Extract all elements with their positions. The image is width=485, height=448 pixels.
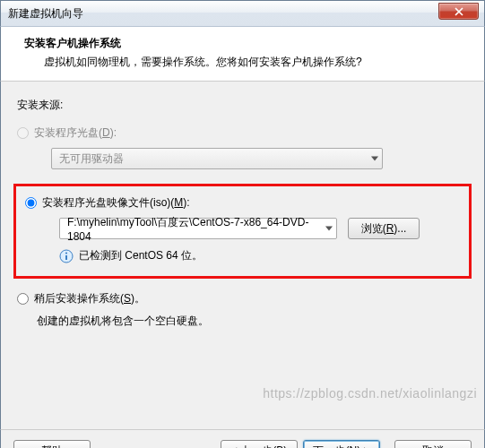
os-detected-text: 已检测到 CentOS 64 位。 (79, 248, 203, 263)
titlebar: 新建虚拟机向导 (0, 0, 485, 27)
os-detected-row: 已检测到 CentOS 64 位。 (59, 248, 460, 263)
highlight-annotation: 安装程序光盘映像文件(iso)(M): F:\myhelin\myTool\百度… (13, 184, 472, 279)
watermark: https://zpblog.csdn.net/xiaolinlangzi (263, 386, 477, 401)
svg-rect-1 (65, 255, 67, 260)
option-iso-file[interactable]: 安装程序光盘映像文件(iso)(M): (25, 195, 460, 211)
wizard-content: 安装来源: 安装程序光盘(D): 无可用驱动器 安装程序光盘映像文件(iso)(… (0, 82, 485, 429)
install-later-note: 创建的虚拟机将包含一个空白硬盘。 (37, 314, 468, 329)
page-title: 安装客户机操作系统 (24, 36, 468, 51)
browse-button[interactable]: 浏览(R)... (348, 218, 420, 239)
disc-drive-select: 无可用驱动器 (51, 148, 383, 169)
wizard-footer: 帮助 < 上一步(B) 下一步(N) > 取消 (0, 429, 485, 448)
svg-point-2 (65, 252, 67, 254)
install-source-label: 安装来源: (17, 98, 468, 113)
chevron-down-icon (371, 157, 378, 161)
close-icon (455, 7, 463, 16)
wizard-header: 安装客户机操作系统 虚拟机如同物理机，需要操作系统。您将如何安装客户机操作系统? (0, 27, 485, 82)
cancel-button[interactable]: 取消 (394, 440, 472, 448)
option-install-later[interactable]: 稍后安装操作系统(S)。 (17, 291, 468, 306)
radio-iso-file[interactable] (25, 197, 37, 209)
iso-path-select[interactable]: F:\myhelin\myTool\百度云\CentOS-7-x86_64-DV… (59, 218, 337, 239)
radio-installer-disc-label: 安装程序光盘(D): (34, 125, 117, 141)
iso-path-value: F:\myhelin\myTool\百度云\CentOS-7-x86_64-DV… (67, 215, 329, 243)
info-icon (59, 249, 74, 263)
next-button[interactable]: 下一步(N) > (303, 440, 380, 448)
radio-install-later-label: 稍后安装操作系统(S)。 (34, 291, 145, 306)
radio-install-later[interactable] (17, 293, 29, 305)
page-subtitle: 虚拟机如同物理机，需要操作系统。您将如何安装客户机操作系统? (24, 55, 468, 70)
radio-installer-disc (17, 127, 29, 139)
close-button[interactable] (438, 3, 479, 20)
window-title: 新建虚拟机向导 (8, 6, 83, 22)
radio-iso-file-label: 安装程序光盘映像文件(iso)(M): (42, 195, 190, 211)
back-button[interactable]: < 上一步(B) (221, 440, 298, 448)
iso-path-row: F:\myhelin\myTool\百度云\CentOS-7-x86_64-DV… (59, 218, 460, 239)
chevron-down-icon (325, 227, 333, 231)
disc-drive-value: 无可用驱动器 (59, 151, 124, 167)
help-button[interactable]: 帮助 (13, 440, 91, 448)
option-installer-disc: 安装程序光盘(D): (17, 125, 468, 141)
